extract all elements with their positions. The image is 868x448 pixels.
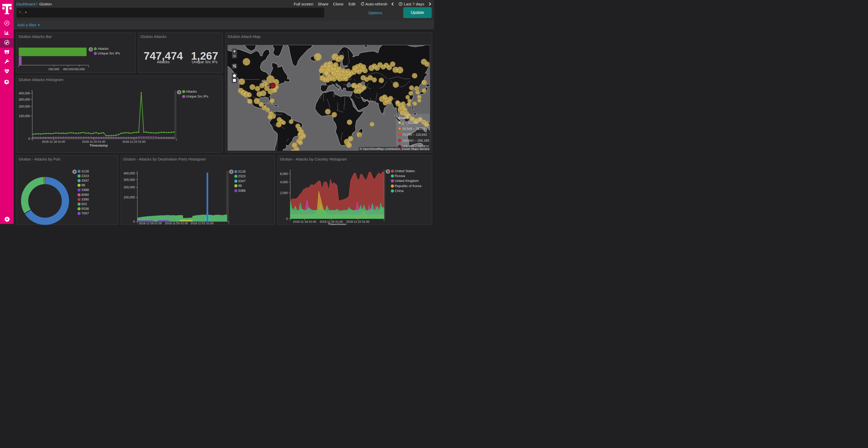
svg-text:4,000: 4,000 xyxy=(280,180,287,184)
svg-text:1 – 39,548: 1 – 39,548 xyxy=(402,121,417,125)
svg-text:0: 0 xyxy=(286,217,288,221)
svg-text:100,000: 100,000 xyxy=(123,196,135,199)
svg-text:© OpenStreetMap contributors,: © OpenStreetMap contributors, Elastic Ma… xyxy=(360,147,429,150)
svg-text:2,000: 2,000 xyxy=(280,191,287,195)
svg-text:100,000: 100,000 xyxy=(19,114,30,118)
svg-text:2018-11-18 01:00: 2018-11-18 01:00 xyxy=(138,221,162,224)
svg-text:Timestamp: Timestamp xyxy=(89,143,108,147)
svg-text:0: 0 xyxy=(28,137,30,140)
svg-text:0: 0 xyxy=(133,219,135,223)
svg-text:2018-11-18 01:00: 2018-11-18 01:00 xyxy=(42,140,65,143)
svg-text:2018-11-22 01:00: 2018-11-22 01:00 xyxy=(122,140,146,143)
svg-text:118,642 – 158,189: 118,642 – 158,189 xyxy=(402,139,429,142)
svg-text:6,000: 6,000 xyxy=(280,172,287,176)
svg-text:2018-11-22 01:00: 2018-11-22 01:00 xyxy=(346,220,369,223)
svg-text:200,000: 200,000 xyxy=(123,185,135,189)
svg-text:2018-11-18 01:00: 2018-11-18 01:00 xyxy=(293,220,316,223)
svg-text:200,000: 200,000 xyxy=(49,68,59,71)
svg-text:400,000: 400,000 xyxy=(19,92,30,95)
svg-text:79,095 – 118,642: 79,095 – 118,642 xyxy=(402,133,427,136)
svg-text:39,548 – 79,095: 39,548 – 79,095 xyxy=(402,127,426,130)
svg-text:200,000: 200,000 xyxy=(19,105,30,108)
svg-text:400,000: 400,000 xyxy=(63,68,74,71)
svg-text:400,000: 400,000 xyxy=(123,171,135,175)
svg-text:Count: Count xyxy=(398,116,408,120)
svg-text:600,000: 600,000 xyxy=(74,68,85,71)
svg-text:2018-11-20 01:00: 2018-11-20 01:00 xyxy=(165,221,188,224)
svg-text:2018-11-20 01:00: 2018-11-20 01:00 xyxy=(82,140,105,143)
svg-text:Timestamp: Timestamp xyxy=(328,222,346,224)
svg-text:300,000: 300,000 xyxy=(123,178,135,181)
svg-text:300,000: 300,000 xyxy=(19,98,30,101)
svg-text:2018-11-22 01:00: 2018-11-22 01:00 xyxy=(190,221,213,224)
